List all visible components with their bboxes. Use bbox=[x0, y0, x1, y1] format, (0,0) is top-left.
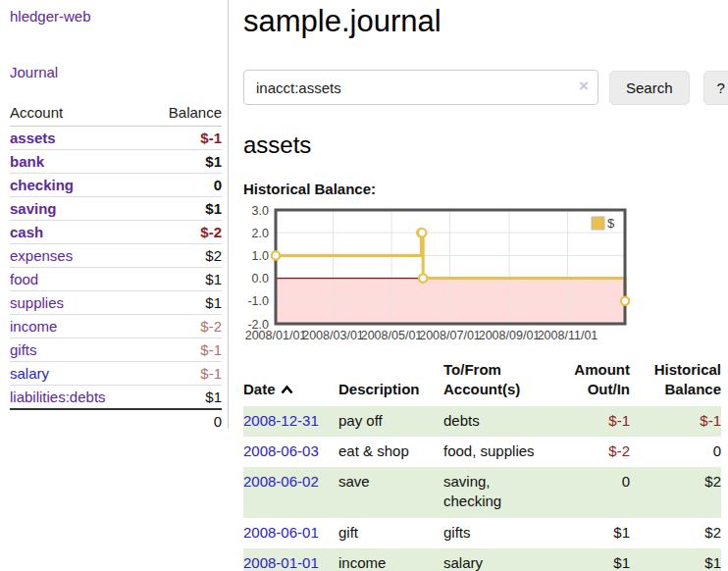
accounts-header-row: Account Balance bbox=[10, 101, 222, 127]
transaction-date-link[interactable]: 2008-06-02 bbox=[243, 473, 319, 490]
search-input[interactable] bbox=[243, 70, 598, 105]
account-balance: $1 bbox=[146, 150, 222, 174]
register-header-description[interactable]: Description bbox=[338, 358, 443, 406]
account-cell: cash bbox=[10, 221, 146, 244]
search-row: × Search ? bbox=[243, 70, 728, 105]
search-box: × bbox=[243, 70, 598, 105]
transaction-date-link[interactable]: 2008-12-31 bbox=[243, 412, 319, 429]
account-link-expenses[interactable]: expenses bbox=[10, 247, 73, 264]
transaction-balance-cell: $2 bbox=[630, 467, 721, 518]
search-button[interactable]: Search bbox=[609, 71, 690, 105]
page: hledger-web Journal Account Balance asse… bbox=[0, 0, 728, 571]
y-tick-label: 2.0 bbox=[252, 227, 269, 240]
transaction-date-link[interactable]: 2008-06-03 bbox=[243, 442, 319, 459]
page-title: sample.journal bbox=[243, 4, 728, 39]
transaction-balance-cell: $1 bbox=[630, 548, 721, 571]
register-header-balance[interactable]: Historical Balance bbox=[630, 358, 721, 406]
account-link-bank[interactable]: bank bbox=[10, 153, 44, 170]
chart-title: Historical Balance: bbox=[243, 181, 728, 197]
accounts-body: assets$-1bank$1checking0saving$1cash$-2e… bbox=[10, 127, 222, 410]
account-balance: 0 bbox=[146, 174, 222, 197]
accounts-total-row: 0 bbox=[10, 409, 222, 433]
account-cell: food bbox=[10, 268, 146, 291]
transaction-amount-cell: $-1 bbox=[559, 406, 630, 437]
accounts-table: Account Balance assets$-1bank$1checking0… bbox=[10, 101, 222, 433]
data-point bbox=[272, 251, 280, 259]
transaction-date-cell: 2008-06-03 bbox=[243, 437, 338, 467]
account-row: expenses$2 bbox=[10, 244, 222, 268]
account-row: saving$1 bbox=[10, 197, 222, 221]
account-balance: $1 bbox=[146, 268, 222, 291]
account-balance: $-2 bbox=[146, 315, 222, 338]
transaction-amount-cell: 0 bbox=[559, 467, 630, 518]
register-header-amount[interactable]: Amount Out/In bbox=[559, 358, 630, 406]
sidebar-item-journal[interactable]: Journal bbox=[10, 64, 58, 80]
transaction-date-link[interactable]: 2008-06-01 bbox=[243, 524, 319, 541]
accounts-header-account: Account bbox=[10, 101, 146, 127]
transaction-accounts-cell: saving, checking bbox=[443, 467, 559, 518]
x-tick-label: 2008/09/01 bbox=[479, 329, 541, 342]
main-content: sample.journal × Search ? assets Histori… bbox=[229, 0, 728, 571]
account-cell: salary bbox=[10, 362, 146, 386]
account-link-salary[interactable]: salary bbox=[10, 365, 49, 382]
historical-balance-chart: $3.02.01.00.0-1.0-2.02008/01/012008/03/0… bbox=[238, 206, 635, 345]
transaction-balance-cell: $2 bbox=[630, 518, 721, 548]
x-tick-label: 2008/03/01 bbox=[302, 329, 364, 342]
account-link-food[interactable]: food bbox=[10, 271, 38, 287]
account-balance: $-2 bbox=[146, 221, 222, 244]
account-cell: expenses bbox=[10, 244, 146, 268]
account-balance: $-1 bbox=[146, 338, 222, 362]
data-point bbox=[418, 229, 426, 236]
account-link-liabilities-debts[interactable]: liabilities:debts bbox=[10, 389, 106, 405]
sidebar: hledger-web Journal Account Balance asse… bbox=[0, 0, 229, 429]
transaction-accounts-cell: debts bbox=[443, 406, 559, 437]
register-body: 2008-12-31pay offdebts$-1$-12008-06-03ea… bbox=[243, 406, 721, 571]
account-balance: $-1 bbox=[146, 362, 222, 386]
register-header-row: Date Description To/From Account(s) Amou… bbox=[243, 358, 721, 406]
transaction-description-cell: gift bbox=[338, 518, 443, 548]
transaction-date-cell: 2008-06-01 bbox=[243, 518, 338, 548]
data-point bbox=[419, 274, 427, 282]
transaction-accounts-cell: gifts bbox=[443, 518, 559, 548]
accounts-header-balance: Balance bbox=[146, 101, 222, 127]
account-cell: saving bbox=[10, 197, 146, 221]
account-link-gifts[interactable]: gifts bbox=[10, 341, 37, 358]
account-row: bank$1 bbox=[10, 150, 222, 174]
transaction-row: 2008-06-01giftgifts$1$2 bbox=[243, 518, 721, 548]
x-tick-label: 2008/11/01 bbox=[538, 329, 598, 342]
account-link-income[interactable]: income bbox=[10, 318, 57, 335]
transaction-accounts-cell: food, supplies bbox=[443, 437, 559, 467]
account-balance: $2 bbox=[146, 244, 222, 268]
account-cell: gifts bbox=[10, 338, 146, 362]
transaction-balance-cell: 0 bbox=[630, 437, 721, 467]
account-cell: liabilities:debts bbox=[10, 386, 146, 410]
register-header-accounts[interactable]: To/From Account(s) bbox=[443, 358, 559, 406]
help-button[interactable]: ? bbox=[703, 71, 728, 105]
register-header-date[interactable]: Date bbox=[243, 358, 338, 406]
account-link-supplies[interactable]: supplies bbox=[10, 294, 64, 311]
transaction-amount-cell: $1 bbox=[559, 518, 630, 548]
account-link-assets[interactable]: assets bbox=[10, 130, 56, 146]
transaction-amount-cell: $1 bbox=[559, 548, 630, 571]
clear-search-icon[interactable]: × bbox=[579, 77, 589, 96]
account-row: cash$-2 bbox=[10, 221, 222, 244]
transaction-date-cell: 2008-01-01 bbox=[243, 548, 338, 571]
account-row: assets$-1 bbox=[10, 127, 222, 150]
account-heading: assets bbox=[243, 131, 728, 159]
app-title-link[interactable]: hledger-web bbox=[10, 8, 222, 25]
account-link-checking[interactable]: checking bbox=[10, 177, 74, 193]
x-tick-label: 2008/05/01 bbox=[361, 329, 423, 342]
transaction-description-cell: income bbox=[338, 548, 443, 571]
account-balance: $1 bbox=[146, 386, 222, 410]
transaction-date-link[interactable]: 2008-01-01 bbox=[243, 554, 319, 571]
accounts-total-value: 0 bbox=[146, 409, 222, 433]
transaction-date-cell: 2008-06-02 bbox=[243, 467, 338, 518]
y-tick-label: 3.0 bbox=[252, 206, 269, 218]
account-link-cash[interactable]: cash bbox=[10, 224, 43, 240]
accounts-total-spacer bbox=[10, 409, 146, 433]
account-cell: checking bbox=[10, 174, 146, 197]
transaction-accounts-cell: salary bbox=[443, 548, 559, 571]
transaction-row: 2008-06-02savesaving, checking0$2 bbox=[243, 467, 721, 518]
account-link-saving[interactable]: saving bbox=[10, 200, 57, 217]
legend-label: $ bbox=[607, 216, 615, 231]
